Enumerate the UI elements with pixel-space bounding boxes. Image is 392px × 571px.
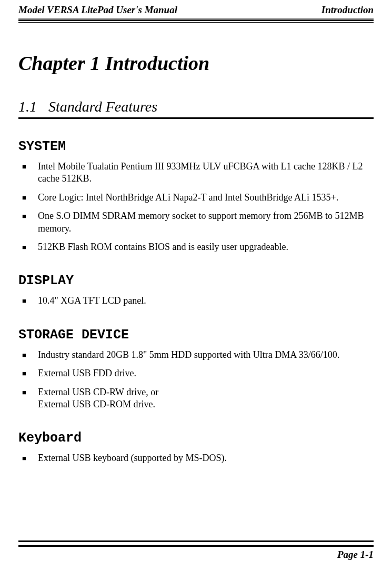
subhead-storage: STORAGE DEVICE — [18, 327, 374, 343]
list-item: Intel Mobile Tualatin Pentium III 933MHz… — [22, 161, 374, 185]
list-item: One S.O DIMM SDRAM memory socket to supp… — [22, 210, 374, 235]
subhead-keyboard: Keyboard — [18, 430, 374, 446]
list-item: External USB FDD drive. — [22, 367, 374, 379]
list-item: External USB keyboard (supported by MS-D… — [22, 452, 374, 464]
header-rule — [18, 18, 374, 23]
list-item: 512KB Flash ROM contains BIOS and is eas… — [22, 241, 374, 253]
list-item: 10.4" XGA TFT LCD panel. — [22, 295, 374, 307]
list-item: Industry standard 20GB 1.8" 5mm HDD supp… — [22, 349, 374, 361]
list-item: Core Logic: Intel NorthBridge ALi Napa2-… — [22, 192, 374, 204]
display-list: 10.4" XGA TFT LCD panel. — [18, 295, 374, 307]
list-item-line: External USB CD-ROM drive. — [38, 398, 374, 410]
chapter-title: Chapter 1 Introduction — [18, 52, 374, 75]
section-underline — [18, 117, 374, 119]
subhead-system: SYSTEM — [18, 139, 374, 154]
system-list: Intel Mobile Tualatin Pentium III 933MHz… — [18, 161, 374, 253]
header-right: Introduction — [321, 4, 374, 16]
subhead-display: DISPLAY — [18, 273, 374, 288]
storage-list: Industry standard 20GB 1.8" 5mm HDD supp… — [18, 349, 374, 411]
section-number: 1.1 — [18, 98, 37, 115]
list-item: External USB CD-RW drive, or External US… — [22, 386, 374, 411]
header-left: Model VERSA LitePad User's Manual — [18, 4, 177, 16]
section-title: Standard Features — [48, 98, 157, 115]
footer-rule — [18, 540, 374, 547]
page-number: Page 1-1 — [18, 549, 374, 560]
list-item-line: External USB CD-RW drive, or — [38, 386, 374, 398]
keyboard-list: External USB keyboard (supported by MS-D… — [18, 452, 374, 464]
